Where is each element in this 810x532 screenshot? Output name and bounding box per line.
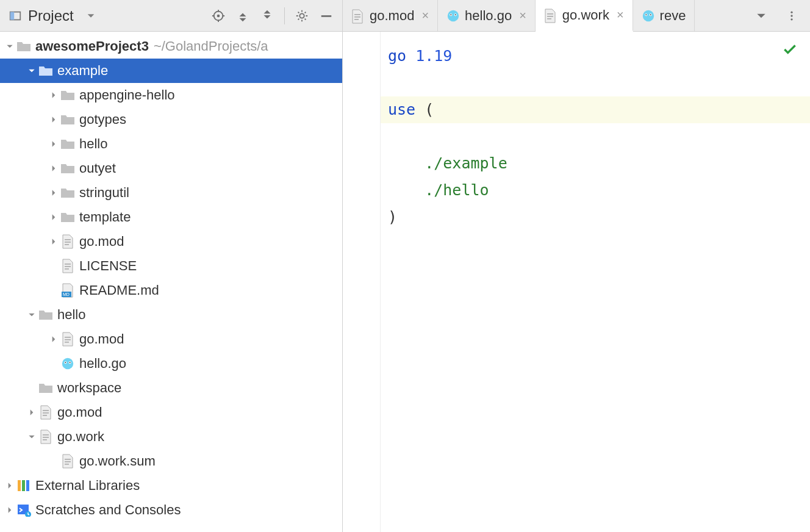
tree-label: External Libraries — [35, 478, 140, 494]
chevron-right-icon[interactable] — [48, 91, 60, 99]
svg-point-3 — [217, 14, 220, 17]
tab-label: hello.go — [465, 8, 512, 24]
tree-item[interactable]: hello.go — [0, 351, 342, 376]
go-file-icon — [642, 9, 655, 23]
svg-point-21 — [70, 362, 71, 363]
chevron-right-icon[interactable] — [48, 213, 60, 221]
tree-label: hello.go — [79, 356, 126, 372]
svg-point-17 — [62, 358, 73, 369]
svg-rect-22 — [43, 410, 49, 411]
chevron-right-icon[interactable] — [48, 335, 60, 343]
tree-label: stringutil — [79, 185, 129, 201]
file-icon — [544, 9, 557, 22]
tree-item[interactable]: go.mod — [0, 229, 342, 254]
svg-rect-7 — [65, 242, 71, 243]
code-editor[interactable]: go 1.19 use ( ./example ./hello ) — [343, 32, 810, 532]
file-icon — [60, 332, 76, 347]
tree-item[interactable]: outyet — [0, 156, 342, 181]
expand-all-icon[interactable] — [232, 5, 254, 27]
tree-item[interactable]: hello — [0, 303, 342, 327]
tab-label: go.work — [562, 7, 609, 23]
more-icon[interactable] — [781, 5, 803, 27]
tree-item[interactable]: go.mod — [0, 400, 342, 425]
close-icon[interactable]: × — [519, 9, 526, 23]
tree-label: workspace — [57, 380, 121, 396]
locate-icon[interactable] — [207, 5, 229, 27]
svg-rect-25 — [43, 434, 49, 436]
tree-label: go.work.sum — [79, 453, 156, 469]
chevron-down-icon[interactable] — [4, 42, 16, 51]
separator — [284, 7, 285, 24]
hide-icon[interactable] — [315, 5, 337, 27]
chevron-right-icon[interactable] — [48, 115, 60, 124]
editor-tab[interactable]: hello.go× — [438, 0, 536, 31]
editor-tab[interactable]: reve — [633, 0, 695, 31]
library-icon — [16, 479, 32, 492]
svg-rect-15 — [65, 339, 71, 340]
tree-item[interactable]: example — [0, 59, 342, 83]
svg-rect-26 — [43, 437, 49, 438]
editor-tab[interactable]: go.mod× — [343, 0, 438, 31]
svg-rect-11 — [65, 268, 69, 270]
inspection-ok-icon[interactable] — [782, 41, 798, 57]
chevron-right-icon[interactable] — [4, 481, 16, 490]
chevron-down-icon[interactable] — [26, 433, 38, 441]
toolwindow-icon — [9, 9, 22, 23]
tree-item[interactable]: appengine-hello — [0, 83, 342, 107]
folder-icon — [16, 40, 32, 52]
code-token: 1.19 — [415, 47, 452, 65]
chevron-right-icon[interactable] — [26, 408, 38, 417]
svg-point-42 — [450, 14, 451, 15]
chevron-down-icon[interactable] — [26, 66, 38, 75]
markdown-file-icon: MD — [60, 283, 76, 298]
tree-label: README.md — [79, 282, 159, 298]
svg-rect-28 — [65, 459, 71, 460]
tree-item[interactable]: go.work.sum — [0, 449, 342, 473]
collapse-all-icon[interactable] — [256, 5, 278, 27]
svg-rect-37 — [354, 16, 360, 18]
editor-tabbar: go.mod×hello.go×go.work×reve — [343, 0, 810, 32]
chevron-right-icon[interactable] — [48, 164, 60, 173]
tree-path: ~/GolandProjects/a — [154, 38, 268, 54]
code-token: ./hello — [425, 181, 489, 199]
tree-item[interactable]: LICENSE — [0, 254, 342, 278]
tree-label: outyet — [79, 160, 116, 176]
svg-rect-16 — [65, 342, 69, 343]
svg-rect-8 — [65, 244, 69, 245]
file-icon — [60, 454, 76, 469]
project-view-selector[interactable] — [80, 5, 102, 27]
chevron-right-icon[interactable] — [48, 140, 60, 148]
chevron-down-icon[interactable] — [750, 5, 772, 27]
chevron-down-icon[interactable] — [26, 311, 38, 319]
tree-item[interactable]: go.mod — [0, 327, 342, 351]
editor-tab[interactable]: go.work× — [536, 0, 633, 32]
tree-item[interactable]: stringutil — [0, 181, 342, 205]
external-libraries[interactable]: External Libraries — [0, 473, 342, 498]
folder-icon — [60, 187, 76, 199]
svg-point-53 — [790, 15, 792, 16]
svg-rect-46 — [547, 18, 551, 20]
tree-item[interactable]: MDREADME.md — [0, 278, 342, 303]
chevron-right-icon[interactable] — [4, 506, 16, 514]
svg-rect-36 — [354, 14, 360, 15]
svg-rect-31 — [18, 480, 21, 491]
code-content[interactable]: go 1.19 use ( ./example ./hello ) — [381, 32, 810, 532]
svg-rect-29 — [65, 461, 71, 462]
tree-label: LICENSE — [79, 258, 137, 274]
chevron-right-icon[interactable] — [48, 237, 60, 246]
tree-item[interactable]: hello — [0, 132, 342, 156]
close-icon[interactable]: × — [421, 9, 429, 23]
scratches-and-consoles[interactable]: Scratches and Consoles — [0, 498, 342, 522]
folder-icon — [60, 211, 76, 223]
file-icon — [38, 430, 54, 444]
tree-root[interactable]: awesomeProject3 ~/GolandProjects/a — [0, 34, 342, 59]
gear-icon[interactable] — [291, 5, 313, 27]
folder-icon — [38, 65, 54, 77]
tree-item[interactable]: go.work — [0, 425, 342, 449]
chevron-right-icon[interactable] — [48, 189, 60, 197]
tree-item[interactable]: template — [0, 205, 342, 229]
tree-item[interactable]: gotypes — [0, 107, 342, 132]
tree-item[interactable]: workspace — [0, 376, 342, 400]
close-icon[interactable]: × — [617, 8, 624, 22]
project-tree[interactable]: awesomeProject3 ~/GolandProjects/a examp… — [0, 32, 342, 532]
